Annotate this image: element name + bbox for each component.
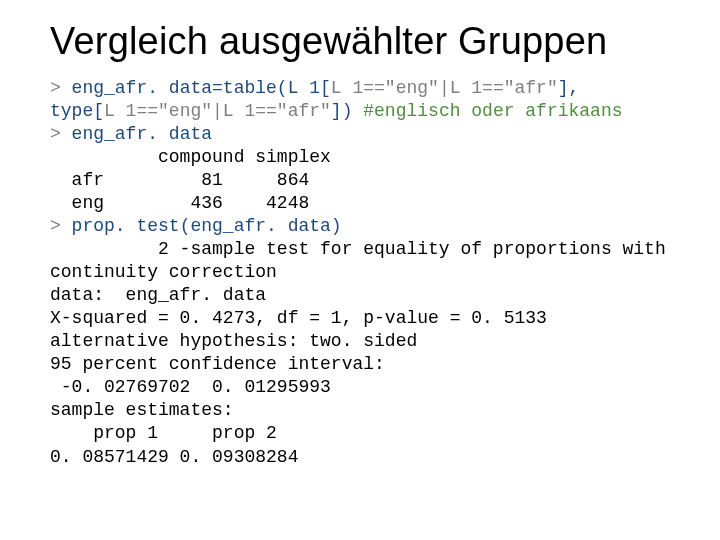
output-row: afr 81 864	[50, 170, 309, 190]
output-line: -0. 02769702 0. 01295993	[50, 377, 331, 397]
code-cmd: prop. test(eng_afr. data)	[72, 216, 342, 236]
code-block: > eng_afr. data=table(L 1[L 1=="eng"|L 1…	[50, 77, 680, 469]
output-line: 0. 08571429 0. 09308284	[50, 447, 298, 467]
code-cmd: ])	[331, 101, 363, 121]
code-arg: L 1=="eng"|L 1=="afr"	[331, 78, 558, 98]
slide: Vergleich ausgewählter Gruppen > eng_afr…	[0, 0, 720, 489]
prompt: >	[50, 78, 72, 98]
output-line: data: eng_afr. data	[50, 285, 266, 305]
output-line: continuity correction	[50, 262, 277, 282]
output-line: 95 percent confidence interval:	[50, 354, 385, 374]
output-row: eng 436 4248	[50, 193, 309, 213]
code-cmd: type[	[50, 101, 104, 121]
output-header: compound simplex	[50, 147, 331, 167]
output-line: alternative hypothesis: two. sided	[50, 331, 417, 351]
output-line: sample estimates:	[50, 400, 234, 420]
output-line: 2 -sample test for equality of proportio…	[50, 239, 666, 259]
prompt: >	[50, 216, 72, 236]
output-line: X-squared = 0. 4273, df = 1, p-value = 0…	[50, 308, 547, 328]
code-arg: L 1=="eng"|L 1=="afr"	[104, 101, 331, 121]
page-title: Vergleich ausgewählter Gruppen	[50, 20, 680, 63]
output-line: prop 1 prop 2	[50, 423, 277, 443]
code-cmd: eng_afr. data	[72, 124, 212, 144]
code-cmd: ],	[558, 78, 580, 98]
code-comment: #englisch oder afrikaans	[363, 101, 622, 121]
code-cmd: eng_afr. data=table(L 1[	[72, 78, 331, 98]
prompt: >	[50, 124, 72, 144]
